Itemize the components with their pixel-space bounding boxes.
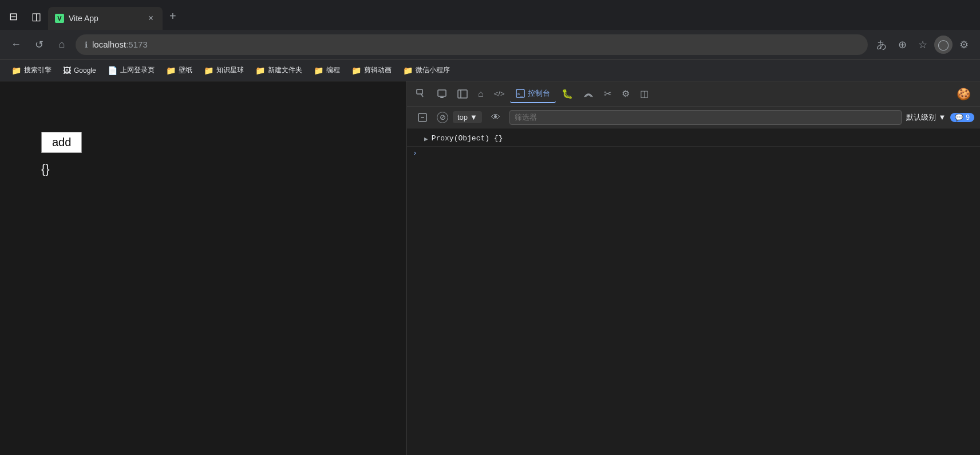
tab-bar: ⊟ ◫ V Vite App × + — [0, 0, 980, 30]
preserve-log-icon[interactable] — [413, 109, 432, 126]
info-icon: ℹ — [85, 40, 88, 49]
bookmark-folder-icon: 📁 — [166, 66, 176, 75]
console-prompt[interactable]: › — [407, 147, 980, 160]
bookmark-new-folder[interactable]: 📁 新建文件夹 — [251, 63, 307, 77]
devtools-toolbar: ⌂ </> >_ 控制台 🐛 ✂ ⚙ ◫ 🍪 — [407, 81, 980, 107]
address-text: localhost:5173 — [92, 40, 148, 49]
add-button[interactable]: add — [41, 132, 82, 153]
bookmark-login[interactable]: 📄 上网登录页 — [103, 63, 159, 77]
bookmark-folder-icon: 📁 — [351, 66, 361, 75]
prompt-arrow-icon: › — [413, 149, 417, 158]
bookmark-label: 新建文件夹 — [268, 65, 302, 75]
level-selector[interactable]: 默认级别 ▼ — [906, 112, 946, 123]
bookmark-video-editing[interactable]: 📁 剪辑动画 — [347, 63, 396, 77]
devtools-panel: ⌂ </> >_ 控制台 🐛 ✂ ⚙ ◫ 🍪 ⊘ top ▼ — [406, 81, 980, 455]
svg-rect-3 — [458, 90, 467, 98]
bookmark-folder-icon: 📁 — [204, 66, 214, 75]
tab-overview-icon[interactable]: ◫ — [27, 6, 46, 28]
tab-bar-left: ⊟ ◫ — [5, 6, 46, 30]
settings-icon[interactable]: ⚙ — [955, 36, 973, 54]
bookmark-label: 微信小程序 — [416, 65, 450, 75]
toolbar-right: あ ⊕ ☆ ◯ ⚙ — [872, 36, 973, 54]
devtools-sidebar-icon[interactable] — [453, 85, 472, 103]
bookmark-label: 搜索引擎 — [24, 65, 52, 75]
bookmark-label: 编程 — [326, 65, 340, 75]
console-output: ▶ Proxy(Object) {} › — [407, 128, 980, 455]
bookmark-search-engines[interactable]: 📁 搜索引擎 — [7, 63, 56, 77]
devtools-secondary-toolbar: ⊘ top ▼ 👁 默认级别 ▼ 💬 9 — [407, 107, 980, 128]
bookmark-folder-icon: 📁 — [255, 66, 265, 75]
tab-close-button[interactable]: × — [146, 12, 156, 25]
devtools-cookie-icon[interactable]: 🍪 — [952, 84, 975, 104]
tab-groups-icon[interactable]: ⊟ — [5, 6, 22, 28]
browser-toolbar: ← ↺ ⌂ ℹ localhost:5173 あ ⊕ ☆ ◯ ⚙ — [0, 30, 980, 60]
level-label: 默认级别 — [906, 112, 936, 123]
eye-icon[interactable]: 👁 — [487, 109, 505, 126]
context-selector[interactable]: top ▼ — [453, 111, 482, 123]
new-tab-button[interactable]: + — [165, 5, 181, 30]
bookmark-programming[interactable]: 📁 编程 — [309, 63, 345, 77]
expand-arrow[interactable]: ▶ — [424, 134, 428, 143]
svg-rect-2 — [440, 97, 444, 98]
svg-rect-1 — [438, 90, 446, 96]
clear-console-button[interactable]: ⊘ — [437, 112, 448, 123]
svg-rect-0 — [417, 89, 422, 94]
devtools-application-icon[interactable]: ⚙ — [617, 85, 634, 103]
bookmark-page-icon: 📄 — [108, 66, 117, 75]
bookmark-zhishixingqiu[interactable]: 📁 知识星球 — [199, 63, 248, 77]
zoom-icon[interactable]: ⊕ — [893, 36, 911, 54]
bookmark-google-icon: 🖼 — [63, 66, 71, 75]
back-button[interactable]: ← — [7, 36, 25, 54]
active-tab[interactable]: V Vite App × — [48, 7, 163, 30]
refresh-button[interactable]: ↺ — [30, 36, 48, 54]
bookmarks-bar: 📁 搜索引擎 🖼 Google 📄 上网登录页 📁 壁纸 📁 知识星球 📁 新建… — [0, 60, 980, 81]
bookmark-label: 壁纸 — [179, 65, 192, 75]
tab-favicon: V — [55, 14, 64, 23]
home-button[interactable]: ⌂ — [53, 36, 71, 54]
bookmark-label: 上网登录页 — [120, 65, 155, 75]
message-icon: 💬 — [955, 113, 963, 121]
devtools-console-tab[interactable]: >_ 控制台 — [510, 85, 556, 103]
console-entry[interactable]: ▶ Proxy(Object) {} — [407, 133, 980, 147]
filter-input[interactable] — [509, 110, 902, 125]
devtools-more-icon[interactable]: ◫ — [635, 85, 653, 103]
message-count: 9 — [966, 113, 970, 121]
devtools-debug-icon[interactable]: 🐛 — [557, 85, 578, 103]
context-label: top — [457, 113, 468, 121]
level-arrow: ▼ — [938, 113, 946, 121]
bookmark-wallpaper[interactable]: 📁 壁纸 — [161, 63, 197, 77]
bookmark-folder-icon: 📁 — [11, 66, 21, 75]
bookmark-wechat[interactable]: 📁 微信小程序 — [398, 63, 455, 77]
bookmark-google[interactable]: 🖼 Google — [58, 64, 101, 77]
tab-title: Vite App — [69, 14, 98, 23]
svg-text:>_: >_ — [517, 91, 523, 97]
curly-braces-display: {} — [41, 162, 50, 176]
bookmark-label: Google — [74, 66, 96, 74]
proxy-object-text: Proxy(Object) {} — [432, 134, 503, 143]
bookmark-icon[interactable]: ☆ — [914, 36, 932, 54]
devtools-inspect-icon[interactable] — [412, 85, 431, 103]
devtools-network-icon[interactable] — [579, 85, 598, 103]
main-area: add {} ⌂ </> >_ 控制台 🐛 ✂ — [0, 81, 980, 455]
console-tab-label: 控制台 — [528, 88, 550, 99]
bookmark-label: 剪辑动画 — [364, 65, 392, 75]
webpage-content: add {} — [0, 81, 406, 455]
devtools-elements-icon[interactable]: </> — [489, 86, 509, 101]
bookmark-folder-icon: 📁 — [314, 66, 323, 75]
bookmark-label: 知识星球 — [216, 65, 244, 75]
bookmark-folder-icon: 📁 — [403, 66, 413, 75]
context-arrow: ▼ — [470, 113, 477, 121]
devtools-performance-icon[interactable]: ✂ — [599, 85, 616, 103]
devtools-home-icon[interactable]: ⌂ — [473, 85, 488, 103]
message-badge[interactable]: 💬 9 — [950, 113, 974, 122]
translate-icon[interactable]: あ — [872, 36, 891, 54]
devtools-device-icon[interactable] — [432, 85, 452, 103]
address-bar[interactable]: ℹ localhost:5173 — [76, 34, 868, 55]
profile-icon[interactable]: ◯ — [934, 36, 953, 54]
